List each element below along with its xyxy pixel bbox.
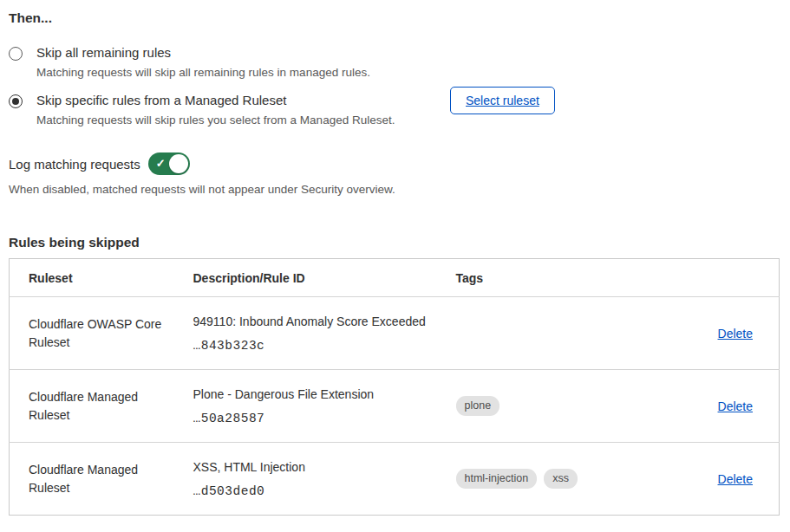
delete-link[interactable]: Delete bbox=[718, 327, 753, 341]
option-skip-all-rules[interactable]: Skip all remaining rules Matching reques… bbox=[9, 45, 780, 80]
radio-button-unselected[interactable] bbox=[9, 47, 23, 61]
description-cell: Plone - Dangerous File Extension …50a285… bbox=[193, 370, 456, 443]
column-header-actions bbox=[671, 259, 780, 297]
rule-id: …d503ded0 bbox=[193, 484, 456, 498]
rules-being-skipped-table: Ruleset Description/Rule ID Tags Cloudfl… bbox=[9, 258, 780, 516]
rules-table-title: Rules being skipped bbox=[9, 235, 780, 250]
log-toggle-label: Log matching requests bbox=[9, 157, 140, 172]
rule-description: XSS, HTML Injection bbox=[193, 460, 456, 475]
table-row: Cloudflare OWASP Core Ruleset 949110: In… bbox=[10, 297, 780, 370]
column-header-description: Description/Rule ID bbox=[193, 259, 456, 297]
option-body: Skip specific rules from a Managed Rules… bbox=[36, 93, 395, 127]
column-header-tags: Tags bbox=[456, 259, 671, 297]
table-row: Cloudflare Managed Ruleset XSS, HTML Inj… bbox=[10, 443, 780, 516]
log-toggle-help-text: When disabled, matched requests will not… bbox=[9, 183, 780, 197]
delete-link[interactable]: Delete bbox=[718, 472, 753, 486]
tags-cell bbox=[456, 297, 671, 370]
rule-id: …50a28587 bbox=[193, 412, 456, 425]
option-label: Skip all remaining rules bbox=[36, 45, 370, 61]
action-cell: Delete bbox=[671, 370, 780, 443]
checkmark-icon: ✓ bbox=[156, 156, 166, 172]
rules-table-body: Cloudflare OWASP Core Ruleset 949110: In… bbox=[10, 297, 780, 516]
tags-cell: html-injectionxss bbox=[456, 443, 671, 516]
table-row: Cloudflare Managed Ruleset Plone - Dange… bbox=[10, 370, 780, 443]
table-header-row: Ruleset Description/Rule ID Tags bbox=[10, 259, 780, 297]
ruleset-cell: Cloudflare Managed Ruleset bbox=[10, 370, 193, 443]
delete-link[interactable]: Delete bbox=[718, 399, 753, 413]
log-matching-requests-row: Log matching requests ✓ bbox=[9, 152, 780, 175]
description-cell: XSS, HTML Injection …d503ded0 bbox=[193, 443, 456, 516]
rule-description: Plone - Dangerous File Extension bbox=[193, 387, 456, 402]
option-skip-specific-rules[interactable]: Skip specific rules from a Managed Rules… bbox=[9, 93, 780, 127]
tag-pill: xss bbox=[544, 469, 578, 489]
ruleset-name: Cloudflare Managed Ruleset bbox=[29, 461, 172, 497]
ruleset-name: Cloudflare Managed Ruleset bbox=[29, 388, 172, 425]
tag-pill: html-injection bbox=[456, 469, 538, 489]
waf-rule-config-panel: Then... Skip all remaining rules Matchin… bbox=[0, 0, 790, 532]
toggle-knob bbox=[169, 154, 188, 173]
rule-description: 949110: Inbound Anomaly Score Exceeded bbox=[193, 315, 456, 329]
log-toggle-switch[interactable]: ✓ bbox=[148, 152, 190, 175]
option-body: Skip all remaining rules Matching reques… bbox=[36, 45, 370, 80]
action-cell: Delete bbox=[671, 297, 780, 370]
option-label: Skip specific rules from a Managed Rules… bbox=[36, 93, 395, 108]
then-section-title: Then... bbox=[9, 10, 780, 26]
ruleset-name: Cloudflare OWASP Core Ruleset bbox=[29, 315, 172, 352]
action-cell: Delete bbox=[671, 443, 780, 516]
tags-cell: plone bbox=[456, 370, 671, 443]
radio-button-selected[interactable] bbox=[9, 94, 23, 108]
option-description: Matching requests will skip all remainin… bbox=[36, 66, 370, 80]
ruleset-cell: Cloudflare OWASP Core Ruleset bbox=[10, 297, 193, 370]
select-ruleset-button[interactable]: Select ruleset bbox=[450, 87, 555, 114]
column-header-ruleset: Ruleset bbox=[10, 259, 193, 297]
option-description: Matching requests will skip rules you se… bbox=[36, 114, 395, 127]
tag-pill: plone bbox=[456, 396, 500, 416]
description-cell: 949110: Inbound Anomaly Score Exceeded …… bbox=[193, 297, 456, 370]
ruleset-cell: Cloudflare Managed Ruleset bbox=[10, 443, 193, 516]
rule-id: …843b323c bbox=[193, 339, 456, 353]
